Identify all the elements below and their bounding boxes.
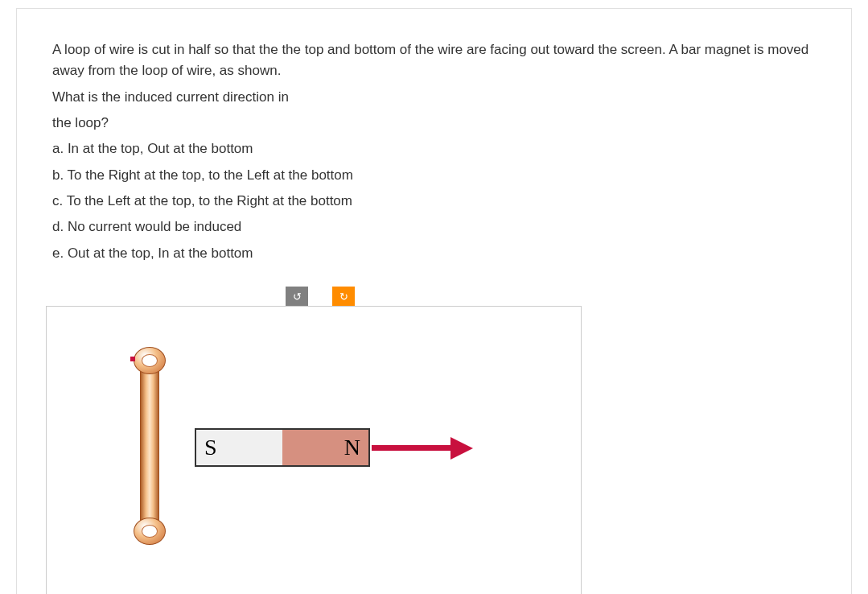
diagram-container: S N (46, 306, 582, 594)
red-marker-top (130, 357, 135, 361)
option-a: a. In at the top, Out at the bottom (52, 138, 816, 159)
wire-loop-bottom-hole (142, 525, 158, 538)
question-intro: A loop of wire is cut in half so that th… (52, 39, 816, 82)
option-c: c. To the Left at the top, to the Right … (52, 191, 816, 212)
magnet-north-pole: N (282, 430, 368, 465)
option-b: b. To the Right at the top, to the Left … (52, 165, 816, 186)
option-d: d. No current would be induced (52, 217, 816, 237)
magnet-south-pole: S (196, 430, 282, 465)
motion-arrow-line (372, 445, 452, 451)
question-text-block: A loop of wire is cut in half so that th… (52, 39, 816, 264)
option-e: e. Out at the top, In at the bottom (52, 243, 816, 264)
question-content: A loop of wire is cut in half so that th… (17, 17, 851, 594)
physics-diagram: S N (119, 347, 553, 588)
wire-loop-body (140, 361, 159, 530)
question-prompt-2: the loop? (52, 113, 816, 134)
question-prompt-1: What is the induced current direction in (52, 87, 816, 108)
image-toolbar: ↺ ↻ (286, 287, 816, 306)
rotate-ccw-button[interactable]: ↺ (286, 287, 308, 306)
wire-loop-top-hole (142, 354, 158, 367)
motion-arrow-head-icon (450, 437, 473, 460)
bar-magnet: S N (195, 428, 370, 467)
rotate-cw-icon: ↻ (339, 291, 348, 303)
rotate-cw-button[interactable]: ↻ (332, 287, 355, 306)
wire-loop-top-ring (134, 347, 166, 374)
rotate-ccw-icon: ↺ (293, 291, 302, 303)
wire-loop-bottom-ring (134, 518, 166, 545)
question-card: A loop of wire is cut in half so that th… (16, 9, 852, 594)
